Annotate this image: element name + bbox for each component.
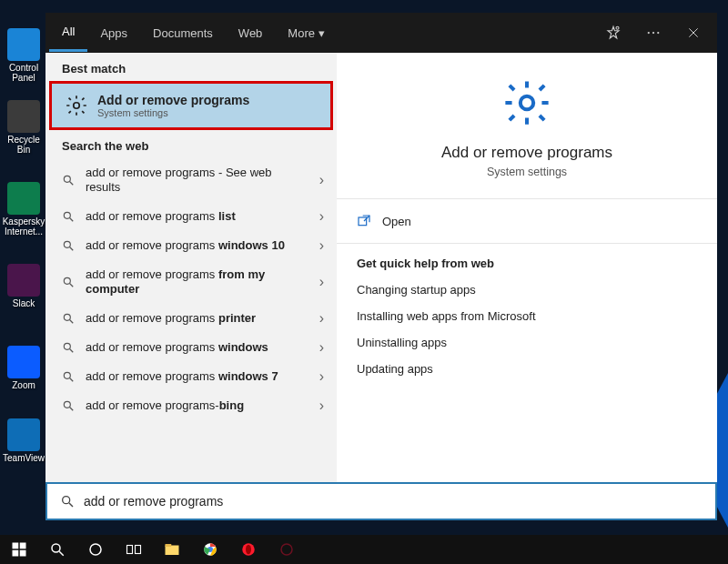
tab-web[interactable]: Web — [226, 15, 276, 51]
preview-subtitle: System settings — [355, 166, 699, 178]
help-link-1[interactable]: Installing web apps from Microsoft — [357, 309, 697, 323]
svg-point-0 — [616, 26, 619, 29]
help-link-2[interactable]: Uninstalling apps — [357, 336, 697, 349]
search-icon — [60, 494, 75, 509]
chrome-icon[interactable] — [191, 535, 229, 564]
web-result-5[interactable]: add or remove programs windows› — [46, 333, 337, 362]
desktop-icon-label: Zoom — [2, 380, 46, 390]
svg-point-1 — [648, 32, 650, 34]
tab-documents[interactable]: Documents — [140, 15, 226, 51]
gear-icon — [502, 78, 551, 127]
svg-rect-27 — [13, 543, 19, 549]
preview-title: Add or remove programs — [355, 144, 699, 162]
search-input-bar[interactable] — [46, 482, 717, 520]
chevron-right-icon: › — [319, 310, 324, 327]
svg-rect-35 — [136, 546, 141, 554]
web-result-3[interactable]: add or remove programs from my computer› — [46, 260, 337, 304]
svg-rect-24 — [359, 217, 367, 226]
web-result-0[interactable]: add or remove programs - See web results… — [46, 158, 337, 202]
svg-rect-34 — [127, 546, 133, 554]
chevron-right-icon: › — [319, 339, 324, 356]
svg-point-31 — [52, 544, 60, 552]
desktop-icon-slack[interactable]: Slack — [2, 264, 46, 308]
feedback-icon[interactable] — [593, 13, 633, 53]
svg-point-6 — [74, 103, 80, 109]
open-icon — [357, 214, 371, 228]
desktop-icon-label: Kaspersky Internet... — [2, 217, 46, 237]
help-link-0[interactable]: Changing startup apps — [357, 283, 697, 297]
svg-point-2 — [652, 32, 654, 34]
gear-icon — [65, 94, 88, 117]
desktop-icon-recycle-bin[interactable]: Recycle Bin — [2, 100, 46, 155]
svg-line-12 — [70, 247, 74, 251]
svg-line-22 — [70, 408, 74, 411]
desktop-icon-teamview[interactable]: TeamView — [2, 418, 46, 463]
tab-apps[interactable]: Apps — [87, 15, 140, 51]
search-icon — [62, 399, 75, 412]
svg-point-21 — [64, 401, 70, 408]
tab-all[interactable]: All — [49, 14, 87, 52]
search-input[interactable] — [84, 494, 703, 509]
search-icon — [62, 370, 75, 383]
close-icon[interactable] — [673, 13, 713, 53]
start-button[interactable] — [0, 535, 38, 564]
web-result-1[interactable]: add or remove programs list› — [46, 202, 337, 231]
svg-rect-37 — [166, 544, 172, 547]
web-result-2[interactable]: add or remove programs windows 10› — [46, 231, 337, 260]
svg-rect-36 — [166, 546, 179, 556]
svg-point-9 — [64, 212, 70, 218]
svg-point-17 — [64, 343, 70, 349]
svg-point-23 — [521, 96, 533, 109]
svg-point-19 — [64, 372, 70, 378]
chevron-right-icon: › — [319, 208, 324, 225]
svg-point-15 — [64, 314, 70, 320]
chevron-right-icon: › — [319, 368, 324, 385]
ellipsis-icon[interactable] — [633, 13, 673, 53]
svg-point-33 — [90, 544, 101, 555]
open-label: Open — [382, 215, 411, 228]
help-link-3[interactable]: Updating apps — [357, 362, 697, 376]
search-icon — [62, 210, 75, 223]
preview-pane: Add or remove programs System settings O… — [337, 53, 717, 482]
cortana-icon[interactable] — [76, 535, 115, 564]
chevron-right-icon: › — [319, 398, 324, 414]
taskbar-search-icon[interactable] — [38, 535, 76, 564]
svg-point-11 — [64, 241, 70, 247]
web-result-4[interactable]: add or remove programs printer› — [46, 304, 337, 333]
opera-gx-icon[interactable] — [268, 535, 306, 564]
help-heading: Get quick help from web — [357, 257, 697, 270]
svg-rect-29 — [13, 550, 19, 557]
svg-point-3 — [657, 32, 659, 34]
best-match-subtitle: System settings — [97, 107, 249, 118]
opera-icon[interactable] — [229, 535, 268, 564]
chevron-right-icon: › — [319, 274, 324, 290]
desktop-icon-kaspersky-internet-[interactable]: Kaspersky Internet... — [2, 182, 46, 237]
svg-line-8 — [70, 182, 74, 186]
svg-point-7 — [64, 176, 70, 182]
task-view-icon[interactable] — [115, 535, 153, 564]
desktop-icon-label: Slack — [2, 298, 46, 308]
svg-point-42 — [281, 544, 292, 555]
open-action[interactable]: Open — [337, 199, 717, 243]
svg-point-25 — [63, 497, 70, 504]
best-match-result[interactable]: Add or remove programs System settings — [49, 81, 333, 130]
search-icon — [62, 276, 75, 288]
svg-line-16 — [70, 320, 74, 324]
svg-line-10 — [70, 218, 74, 222]
best-match-title: Add or remove programs — [97, 93, 249, 107]
svg-line-26 — [69, 503, 73, 507]
svg-rect-28 — [20, 543, 26, 549]
file-explorer-icon[interactable] — [153, 535, 191, 564]
chevron-down-icon: ▾ — [318, 26, 325, 40]
taskbar — [0, 535, 728, 564]
desktop-icon-control-panel[interactable]: Control Panel — [2, 28, 46, 83]
svg-point-41 — [246, 545, 251, 555]
tab-more[interactable]: More ▾ — [275, 15, 337, 51]
svg-line-32 — [59, 551, 64, 556]
results-left-column: Best match Add or remove programs System… — [46, 53, 337, 482]
svg-rect-30 — [20, 550, 26, 557]
web-result-6[interactable]: add or remove programs windows 7› — [46, 362, 337, 391]
desktop-icon-label: Recycle Bin — [2, 135, 46, 155]
web-result-7[interactable]: add or remove programs-bing› — [46, 391, 337, 420]
desktop-icon-zoom[interactable]: Zoom — [2, 346, 46, 390]
